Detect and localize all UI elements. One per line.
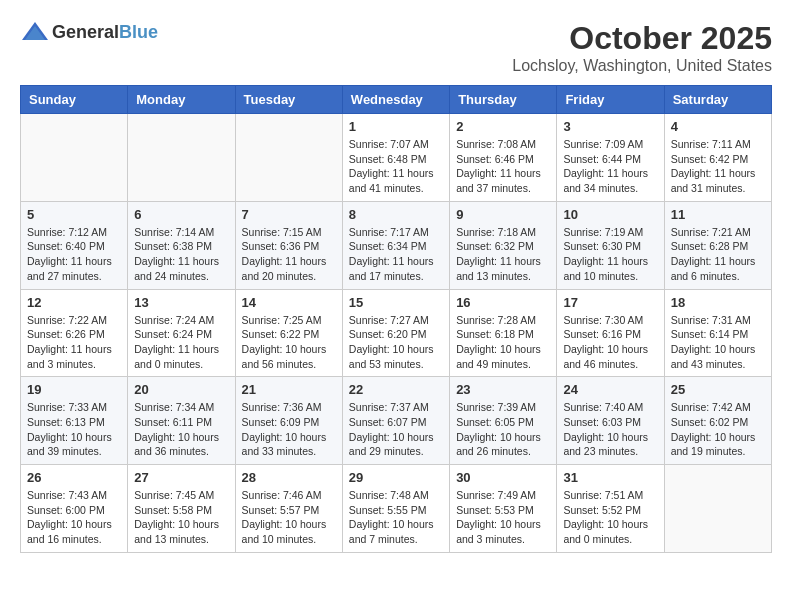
day-number: 24 — [563, 382, 657, 397]
day-info: Sunrise: 7:12 AM Sunset: 6:40 PM Dayligh… — [27, 225, 121, 284]
day-info: Sunrise: 7:21 AM Sunset: 6:28 PM Dayligh… — [671, 225, 765, 284]
day-number: 16 — [456, 295, 550, 310]
day-number: 10 — [563, 207, 657, 222]
day-info: Sunrise: 7:27 AM Sunset: 6:20 PM Dayligh… — [349, 313, 443, 372]
day-cell: 3Sunrise: 7:09 AM Sunset: 6:44 PM Daylig… — [557, 114, 664, 202]
day-number: 8 — [349, 207, 443, 222]
day-cell: 20Sunrise: 7:34 AM Sunset: 6:11 PM Dayli… — [128, 377, 235, 465]
weekday-header-sunday: Sunday — [21, 86, 128, 114]
weekday-header-monday: Monday — [128, 86, 235, 114]
day-cell: 12Sunrise: 7:22 AM Sunset: 6:26 PM Dayli… — [21, 289, 128, 377]
day-number: 14 — [242, 295, 336, 310]
title-area: October 2025 Lochsloy, Washington, Unite… — [512, 20, 772, 75]
week-row-0: 1Sunrise: 7:07 AM Sunset: 6:48 PM Daylig… — [21, 114, 772, 202]
day-cell: 8Sunrise: 7:17 AM Sunset: 6:34 PM Daylig… — [342, 201, 449, 289]
day-info: Sunrise: 7:15 AM Sunset: 6:36 PM Dayligh… — [242, 225, 336, 284]
calendar: SundayMondayTuesdayWednesdayThursdayFrid… — [20, 85, 772, 553]
day-cell: 14Sunrise: 7:25 AM Sunset: 6:22 PM Dayli… — [235, 289, 342, 377]
weekday-header-wednesday: Wednesday — [342, 86, 449, 114]
day-info: Sunrise: 7:48 AM Sunset: 5:55 PM Dayligh… — [349, 488, 443, 547]
weekday-header-thursday: Thursday — [450, 86, 557, 114]
day-number: 6 — [134, 207, 228, 222]
day-cell: 27Sunrise: 7:45 AM Sunset: 5:58 PM Dayli… — [128, 465, 235, 553]
day-info: Sunrise: 7:39 AM Sunset: 6:05 PM Dayligh… — [456, 400, 550, 459]
day-number: 7 — [242, 207, 336, 222]
day-number: 2 — [456, 119, 550, 134]
day-info: Sunrise: 7:36 AM Sunset: 6:09 PM Dayligh… — [242, 400, 336, 459]
logo-general: General — [52, 22, 119, 42]
day-info: Sunrise: 7:14 AM Sunset: 6:38 PM Dayligh… — [134, 225, 228, 284]
logo-icon — [20, 20, 50, 44]
header: GeneralBlue October 2025 Lochsloy, Washi… — [20, 20, 772, 75]
week-row-1: 5Sunrise: 7:12 AM Sunset: 6:40 PM Daylig… — [21, 201, 772, 289]
day-info: Sunrise: 7:08 AM Sunset: 6:46 PM Dayligh… — [456, 137, 550, 196]
day-info: Sunrise: 7:45 AM Sunset: 5:58 PM Dayligh… — [134, 488, 228, 547]
day-number: 3 — [563, 119, 657, 134]
day-cell: 6Sunrise: 7:14 AM Sunset: 6:38 PM Daylig… — [128, 201, 235, 289]
day-cell: 15Sunrise: 7:27 AM Sunset: 6:20 PM Dayli… — [342, 289, 449, 377]
day-cell — [235, 114, 342, 202]
day-cell: 28Sunrise: 7:46 AM Sunset: 5:57 PM Dayli… — [235, 465, 342, 553]
day-info: Sunrise: 7:31 AM Sunset: 6:14 PM Dayligh… — [671, 313, 765, 372]
day-info: Sunrise: 7:07 AM Sunset: 6:48 PM Dayligh… — [349, 137, 443, 196]
logo-blue: Blue — [119, 22, 158, 42]
day-number: 21 — [242, 382, 336, 397]
day-cell: 17Sunrise: 7:30 AM Sunset: 6:16 PM Dayli… — [557, 289, 664, 377]
week-row-4: 26Sunrise: 7:43 AM Sunset: 6:00 PM Dayli… — [21, 465, 772, 553]
weekday-header-tuesday: Tuesday — [235, 86, 342, 114]
day-info: Sunrise: 7:11 AM Sunset: 6:42 PM Dayligh… — [671, 137, 765, 196]
day-info: Sunrise: 7:34 AM Sunset: 6:11 PM Dayligh… — [134, 400, 228, 459]
day-cell: 21Sunrise: 7:36 AM Sunset: 6:09 PM Dayli… — [235, 377, 342, 465]
day-number: 31 — [563, 470, 657, 485]
day-cell: 2Sunrise: 7:08 AM Sunset: 6:46 PM Daylig… — [450, 114, 557, 202]
day-number: 4 — [671, 119, 765, 134]
day-cell: 31Sunrise: 7:51 AM Sunset: 5:52 PM Dayli… — [557, 465, 664, 553]
weekday-header-saturday: Saturday — [664, 86, 771, 114]
day-info: Sunrise: 7:37 AM Sunset: 6:07 PM Dayligh… — [349, 400, 443, 459]
day-info: Sunrise: 7:33 AM Sunset: 6:13 PM Dayligh… — [27, 400, 121, 459]
week-row-2: 12Sunrise: 7:22 AM Sunset: 6:26 PM Dayli… — [21, 289, 772, 377]
day-number: 29 — [349, 470, 443, 485]
day-cell: 5Sunrise: 7:12 AM Sunset: 6:40 PM Daylig… — [21, 201, 128, 289]
weekday-header-friday: Friday — [557, 86, 664, 114]
day-info: Sunrise: 7:28 AM Sunset: 6:18 PM Dayligh… — [456, 313, 550, 372]
day-cell: 29Sunrise: 7:48 AM Sunset: 5:55 PM Dayli… — [342, 465, 449, 553]
day-info: Sunrise: 7:18 AM Sunset: 6:32 PM Dayligh… — [456, 225, 550, 284]
day-cell — [664, 465, 771, 553]
day-number: 30 — [456, 470, 550, 485]
day-info: Sunrise: 7:46 AM Sunset: 5:57 PM Dayligh… — [242, 488, 336, 547]
day-number: 27 — [134, 470, 228, 485]
day-info: Sunrise: 7:19 AM Sunset: 6:30 PM Dayligh… — [563, 225, 657, 284]
day-cell: 9Sunrise: 7:18 AM Sunset: 6:32 PM Daylig… — [450, 201, 557, 289]
day-info: Sunrise: 7:25 AM Sunset: 6:22 PM Dayligh… — [242, 313, 336, 372]
location-title: Lochsloy, Washington, United States — [512, 57, 772, 75]
day-info: Sunrise: 7:17 AM Sunset: 6:34 PM Dayligh… — [349, 225, 443, 284]
day-number: 12 — [27, 295, 121, 310]
day-number: 17 — [563, 295, 657, 310]
day-info: Sunrise: 7:24 AM Sunset: 6:24 PM Dayligh… — [134, 313, 228, 372]
month-title: October 2025 — [512, 20, 772, 57]
day-number: 25 — [671, 382, 765, 397]
day-number: 26 — [27, 470, 121, 485]
day-number: 18 — [671, 295, 765, 310]
day-cell: 13Sunrise: 7:24 AM Sunset: 6:24 PM Dayli… — [128, 289, 235, 377]
day-number: 5 — [27, 207, 121, 222]
day-cell: 10Sunrise: 7:19 AM Sunset: 6:30 PM Dayli… — [557, 201, 664, 289]
day-info: Sunrise: 7:51 AM Sunset: 5:52 PM Dayligh… — [563, 488, 657, 547]
day-cell: 22Sunrise: 7:37 AM Sunset: 6:07 PM Dayli… — [342, 377, 449, 465]
day-number: 9 — [456, 207, 550, 222]
day-number: 19 — [27, 382, 121, 397]
calendar-body: 1Sunrise: 7:07 AM Sunset: 6:48 PM Daylig… — [21, 114, 772, 553]
day-number: 23 — [456, 382, 550, 397]
day-cell: 4Sunrise: 7:11 AM Sunset: 6:42 PM Daylig… — [664, 114, 771, 202]
day-cell: 26Sunrise: 7:43 AM Sunset: 6:00 PM Dayli… — [21, 465, 128, 553]
day-number: 13 — [134, 295, 228, 310]
day-info: Sunrise: 7:42 AM Sunset: 6:02 PM Dayligh… — [671, 400, 765, 459]
day-cell: 16Sunrise: 7:28 AM Sunset: 6:18 PM Dayli… — [450, 289, 557, 377]
day-info: Sunrise: 7:30 AM Sunset: 6:16 PM Dayligh… — [563, 313, 657, 372]
week-row-3: 19Sunrise: 7:33 AM Sunset: 6:13 PM Dayli… — [21, 377, 772, 465]
day-number: 1 — [349, 119, 443, 134]
day-cell: 25Sunrise: 7:42 AM Sunset: 6:02 PM Dayli… — [664, 377, 771, 465]
weekday-header-row: SundayMondayTuesdayWednesdayThursdayFrid… — [21, 86, 772, 114]
day-cell: 18Sunrise: 7:31 AM Sunset: 6:14 PM Dayli… — [664, 289, 771, 377]
